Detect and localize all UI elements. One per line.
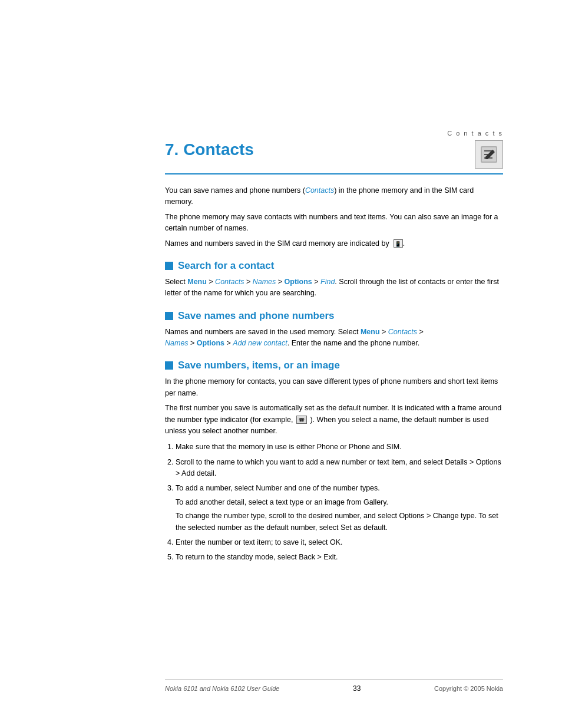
section-square-3: [165, 361, 173, 370]
exit-link: Exit: [323, 553, 336, 561]
chapter-title: 7. Contacts: [165, 140, 254, 159]
section-square-1: [165, 262, 173, 270]
contacts-link-2: Contacts: [215, 278, 244, 286]
intro-para-2: The phone memory may save contacts with …: [165, 212, 503, 235]
options-link-1: Options: [285, 278, 312, 286]
page: C o n t a c t s 7. Contacts You can save…: [0, 0, 562, 728]
step-2: Scroll to the name to which you want to …: [176, 457, 503, 480]
intro-para-1: You can save names and phone numbers (Co…: [165, 185, 503, 208]
intro-para-3: Names and numbers saved in the SIM card …: [165, 238, 503, 249]
chapter-heading-row: 7. Contacts: [165, 140, 503, 174]
find-link: Find: [320, 278, 335, 286]
options-link-2: Options: [197, 339, 224, 347]
number-link: Number: [256, 484, 282, 492]
contacts-link-3: Contacts: [388, 328, 417, 336]
phone-sim-link: Phone and SIM: [349, 443, 399, 451]
contacts-link-1: Contacts: [305, 186, 334, 195]
step-3: To add a number, select Number and one o…: [176, 483, 503, 533]
page-footer: Nokia 6101 and Nokia 6102 User Guide 33 …: [165, 679, 503, 693]
save-numbers-para2: The first number you save is automatical…: [165, 403, 503, 437]
step-3-sub2: To change the number type, scroll to the…: [176, 510, 503, 533]
section-label: C o n t a c t s: [165, 130, 503, 137]
phone-icon: ☎: [296, 416, 307, 424]
step-5: To return to the standby mode, select Ba…: [176, 552, 503, 563]
footer-right: Copyright © 2005 Nokia: [434, 685, 503, 692]
step-3-sub1: To add another detail, select a text typ…: [176, 497, 503, 508]
step-4: Enter the number or text item; to save i…: [176, 537, 503, 548]
search-contact-heading: Search for a contact: [165, 260, 503, 272]
search-contact-body: Select Menu > Contacts > Names > Options…: [165, 276, 503, 299]
save-names-title: Save names and phone numbers: [178, 310, 334, 322]
menu-link-1: Menu: [187, 278, 207, 286]
options-link-4: Options: [399, 512, 424, 520]
ok-link: OK: [330, 538, 340, 546]
options-link-3: Options: [476, 458, 501, 466]
footer-left: Nokia 6101 and Nokia 6102 User Guide: [165, 685, 279, 692]
save-names-heading: Save names and phone numbers: [165, 310, 503, 322]
change-type-link: Change type: [433, 512, 475, 520]
gallery-link: Gallery: [363, 498, 386, 506]
chapter-icon: [475, 140, 503, 169]
names-link-1: Names: [253, 278, 276, 286]
content-area: C o n t a c t s 7. Contacts You can save…: [0, 0, 562, 615]
save-numbers-title: Save numbers, items, or an image: [178, 360, 340, 371]
step-1: Make sure that the memory in use is eith…: [176, 442, 503, 453]
back-link: Back: [299, 553, 315, 561]
section-square-2: [165, 312, 173, 320]
menu-link-2: Menu: [361, 328, 380, 336]
search-contact-title: Search for a contact: [178, 260, 274, 272]
save-numbers-intro: In the phone memory for contacts, you ca…: [165, 376, 503, 399]
add-new-link: Add new contact: [233, 339, 287, 347]
names-link-2: Names: [165, 339, 189, 347]
footer-page-number: 33: [353, 684, 361, 693]
set-default-link: Set as default: [340, 523, 385, 532]
sim-icon: 📱: [394, 239, 403, 248]
add-detail-link: Add detail: [181, 469, 214, 477]
steps-list: Make sure that the memory in use is eith…: [176, 442, 503, 563]
details-link: Details: [445, 458, 467, 466]
phone-link: Phone: [317, 443, 338, 451]
save-names-body: Names and numbers are saved in the used …: [165, 327, 503, 350]
save-numbers-heading: Save numbers, items, or an image: [165, 360, 503, 371]
